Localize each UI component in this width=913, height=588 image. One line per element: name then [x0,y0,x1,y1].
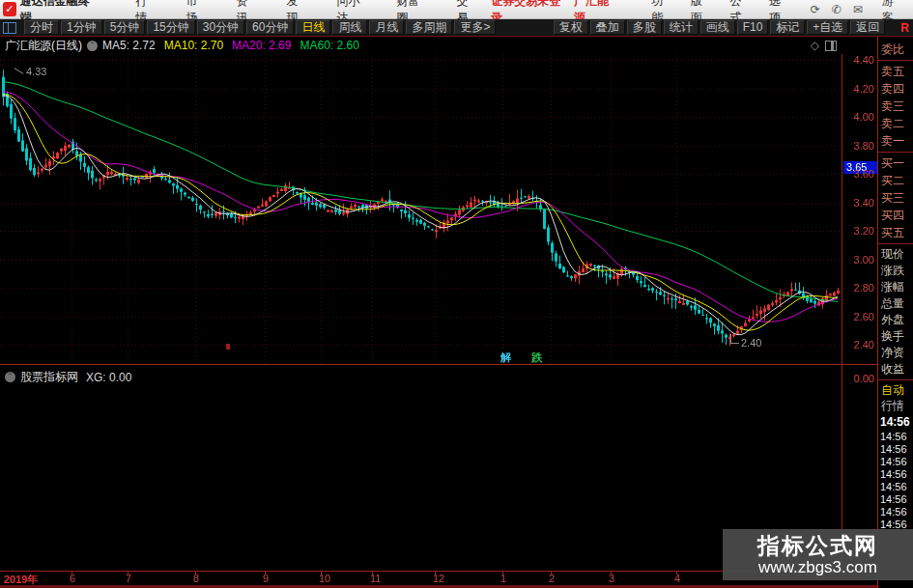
candlestick-chart-canvas[interactable] [0,54,842,364]
month-label-8: 8 [193,573,199,584]
chart-header-icons: ◇ [811,39,837,52]
month-label-12: 12 [433,573,444,584]
sidebar-info-label: 现价 [878,246,913,263]
indicator-name: 股票指标网 [20,369,78,385]
period-toolbar: 分时1分钟5分钟15分钟30分钟60分钟日线周线月线多周期更多> 复权叠加多股统… [0,19,913,37]
ma-label: MA20: 2.69 [232,39,291,52]
quote-sidebar: 委比卖五卖四卖三卖二卖一买一买二买三买四买五现价涨跌涨幅总量外盘换手净资收益自动… [877,37,913,588]
sidebar-tick-time: 14:56 [878,456,913,468]
sidebar-separator [878,152,913,153]
sidebar-tick-time: 14:56 [878,443,913,456]
site-watermark: 指标公式网 www.zbgs3.com [723,529,913,580]
month-label-6: 6 [70,573,75,584]
tool-button-F10[interactable]: F10 [737,20,769,35]
sidebar-tick-time: 14:56 [878,493,913,506]
sidebar-quote-button[interactable]: 行情 [878,398,913,413]
price-axis-label: 2.40 [854,339,874,350]
split-window-icon[interactable] [825,41,837,51]
collapse-chevron-icon[interactable]: ˇ [5,372,15,382]
sidebar-info-label: 涨跌 [878,263,913,279]
sidebar-ratio-label: 委比 [878,41,913,58]
chart-title: 广汇能源(日线) [5,38,82,54]
sidebar-tick-time: 14:56 [878,481,913,493]
sidebar-bid-label: 买二 [878,172,913,189]
period-button-多周期[interactable]: 多周期 [406,20,452,35]
tool-button-多股[interactable]: 多股 [627,20,662,35]
month-label-7: 7 [126,573,131,584]
ma-label: MA10: 2.70 [164,39,223,52]
price-axis-label: 3.40 [854,197,874,209]
price-axis: 3.65 4.404.204.003.803.603.403.203.002.8… [842,54,877,364]
sidebar-info-label: 总量 [878,295,913,312]
tool-button-统计[interactable]: 统计 [664,20,699,35]
tool-button-+自选[interactable]: +自选 [807,20,848,35]
menubar: ✓ 通达信金融终端 行情市场资讯发现问小达财富圈交易 证券交易未登录 广汇能源 … [0,0,913,19]
chart-header: 广汇能源(日线) ˇ MA5: 2.72MA10: 2.70MA20: 2.69… [0,37,877,54]
phone-icon[interactable]: ✆ [826,3,847,16]
period-button-5分钟[interactable]: 5分钟 [104,20,146,35]
ma-label: MA60: 2.60 [300,39,358,52]
tool-button-标记[interactable]: 标记 [770,20,805,35]
sidebar-info-label: 涨幅 [878,279,913,295]
price-axis-label: 3.60 [854,168,874,180]
indicator-header: ˇ 股票指标网 XG: 0.00 [5,369,842,385]
layout-grid-icon[interactable] [3,22,16,34]
indicator-panel[interactable]: ˇ 股票指标网 XG: 0.00 [0,364,842,571]
sidebar-bid-label: 买五 [878,224,913,241]
tool-button-画线[interactable]: 画线 [700,20,735,35]
month-label-4: 4 [674,573,680,584]
sidebar-tick-time: 14:56 [878,468,913,481]
period-button-30分钟[interactable]: 30分钟 [197,20,244,35]
price-axis-label: 3.20 [854,225,874,237]
sidebar-ask-label: 卖二 [878,115,913,132]
watermark-title: 指标公式网 [757,533,878,558]
period-button-日线[interactable]: 日线 [296,20,330,35]
ma-label: MA5: 2.72 [102,39,156,52]
price-axis-label: 2.80 [854,282,874,294]
sidebar-auto-button[interactable]: 自动 [878,382,913,398]
tool-button-叠加[interactable]: 叠加 [590,20,625,35]
price-axis-label: 4.40 [854,54,874,66]
chart-tool-buttons: 复权叠加多股统计画线F10标记+自选返回 [554,20,888,35]
tdx-logo-icon: ✓ [3,2,16,16]
collapse-chevron-icon[interactable]: ˇ [87,41,98,51]
price-axis-label: 4.20 [854,83,874,95]
sidebar-current-time: 14:56 [878,413,913,431]
mail-icon[interactable]: ✉ [847,3,869,16]
period-button-月线[interactable]: 月线 [369,20,404,35]
tool-button-返回[interactable]: 返回 [850,20,885,35]
indicator-axis-label: 0.00 [854,373,874,384]
period-button-更多>[interactable]: 更多> [454,20,496,35]
price-axis-label: 3.00 [854,254,874,266]
sidebar-tick-time: 14:56 [878,506,913,518]
price-axis-label: 3.80 [854,140,874,152]
period-button-60分钟[interactable]: 60分钟 [246,20,294,35]
period-button-15分钟[interactable]: 15分钟 [147,20,194,35]
rights-badge: R [900,21,909,35]
sidebar-separator [878,60,913,61]
sidebar-info-label: 净资 [878,345,913,361]
period-button-分时[interactable]: 分时 [24,20,59,35]
sidebar-tick-time: 14:56 [878,431,913,443]
month-label-11: 11 [370,573,381,584]
month-label-2: 2 [549,573,555,584]
price-axis-label: 2.60 [854,311,874,322]
sidebar-info-label: 换手 [878,328,913,345]
tool-button-复权[interactable]: 复权 [554,20,588,35]
period-button-周线[interactable]: 周线 [332,20,367,35]
diamond-tool-icon[interactable]: ◇ [811,39,819,52]
sidebar-ask-label: 卖五 [878,63,913,80]
period-button-1分钟[interactable]: 1分钟 [61,20,102,35]
sidebar-ask-label: 卖四 [878,80,913,98]
sidebar-bid-label: 买一 [878,154,913,172]
sidebar-separator [878,379,913,380]
period-buttons: 分时1分钟5分钟15分钟30分钟60分钟日线周线月线多周期更多> [24,20,498,35]
month-label-10: 10 [319,573,330,584]
ma-legend: MA5: 2.72MA10: 2.70MA20: 2.69MA60: 2.60 [102,39,368,52]
month-label-3: 3 [609,573,614,584]
sidebar-info-label: 外盘 [878,312,913,328]
price-axis-label: 4.00 [854,111,874,123]
sidebar-bid-label: 买三 [878,189,913,207]
month-label-1: 1 [500,573,506,584]
refresh-icon[interactable]: ⟳ [805,3,826,16]
